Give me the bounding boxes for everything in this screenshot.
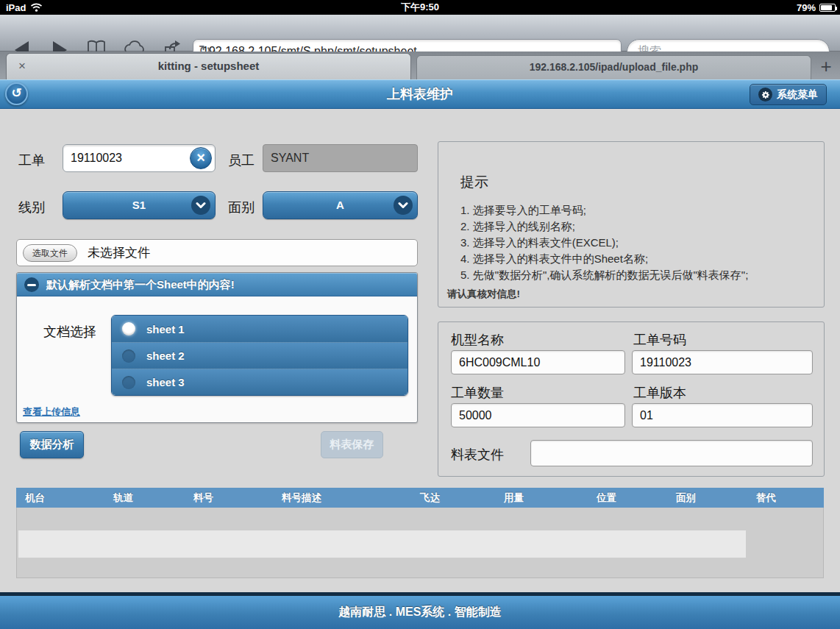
side-select[interactable]: A: [263, 191, 418, 219]
col-track: 轨道: [113, 488, 133, 508]
sheet-option-label: sheet 3: [146, 376, 185, 388]
tip-item: 4. 选择导入的料表文件中的Sheet名称;: [460, 251, 748, 267]
tips-panel: 提示 1. 选择要导入的工单号码; 2. 选择导入的线别名称; 3. 选择导入的…: [438, 141, 825, 308]
sheet-option-2[interactable]: sheet 2: [112, 342, 407, 369]
battery-percent: 79%: [797, 2, 816, 13]
line-label: 线别: [18, 199, 45, 216]
tips-note: 请认真核对信息!: [447, 288, 520, 301]
table-body: [16, 508, 824, 578]
sheet-option-3[interactable]: sheet 3: [112, 369, 407, 395]
col-feeder: 飞达: [420, 488, 440, 508]
page-title: 上料表维护: [0, 79, 840, 109]
chevron-down-icon: [394, 196, 413, 215]
tips-title: 提示: [460, 173, 488, 192]
sheet-selection-panel: 默认解析文档中第一个Sheet中的内容! 文档选择 sheet 1 sheet …: [16, 272, 418, 423]
no-file-chosen-text: 未选择文件: [88, 240, 150, 266]
model-name-field[interactable]: [451, 350, 625, 374]
panel-header: 默认解析文档中第一个Sheet中的内容!: [17, 273, 417, 296]
tab-kitting-setupsheet[interactable]: × kitting - setupsheet: [6, 53, 411, 79]
file-picker: 选取文件 未选择文件: [16, 239, 418, 266]
col-part-description: 料号描述: [282, 488, 321, 508]
sheet-option-label: sheet 2: [146, 349, 185, 362]
order-version-label: 工单版本: [633, 384, 686, 402]
data-analysis-button[interactable]: 数据分析: [20, 431, 84, 458]
back-button[interactable]: ↺: [5, 82, 28, 105]
clear-input-icon[interactable]: ×: [190, 147, 212, 169]
save-sheet-button: 料表保存: [321, 431, 383, 458]
chevron-down-icon: [191, 196, 210, 215]
panel-header-text: 默认解析文档中第一个Sheet中的内容!: [46, 278, 235, 291]
radio-unselected-icon[interactable]: [122, 349, 135, 363]
view-upload-info-link[interactable]: 查看上传信息: [23, 405, 80, 419]
col-position: 位置: [597, 488, 616, 508]
col-part-number: 料号: [193, 488, 213, 508]
new-tab-button[interactable]: +: [814, 54, 839, 79]
order-qty-field[interactable]: [451, 403, 625, 427]
sheet-option-label: sheet 1: [146, 323, 185, 335]
gear-icon: [758, 88, 772, 102]
order-number-label: 工单号码: [633, 331, 686, 349]
tab-label: kitting - setupsheet: [158, 60, 260, 72]
radio-unselected-icon[interactable]: [122, 376, 135, 389]
table-header: 机台 轨道 料号 料号描述 飞达 用量 位置 面别 替代: [16, 488, 824, 508]
tip-item: 5. 先做"数据分析",确认系统解析的数据无误后做"料表保存";: [460, 267, 748, 283]
system-menu-button[interactable]: 系统菜单: [750, 84, 827, 105]
tip-item: 2. 选择导入的线别名称;: [460, 218, 748, 235]
order-version-field[interactable]: [632, 403, 813, 427]
ios-status-bar: iPad 下午9:50 79%: [0, 0, 840, 15]
employee-field: [263, 144, 418, 172]
app-footer: 越南耐思 . MES系统 . 智能制造: [0, 592, 840, 629]
tab-strip: × kitting - setupsheet 192.168.2.105/ipa…: [0, 51, 840, 79]
tips-list: 1. 选择要导入的工单号码; 2. 选择导入的线别名称; 3. 选择导入的料表文…: [460, 202, 748, 283]
sheet-file-label: 料表文件: [451, 446, 504, 463]
col-substitute: 替代: [756, 488, 776, 508]
radio-selected-icon[interactable]: [122, 322, 135, 335]
device-label: iPad: [6, 2, 26, 13]
order-number-field[interactable]: [632, 350, 813, 374]
system-menu-label: 系统菜单: [777, 88, 818, 102]
order-qty-label: 工单数量: [451, 384, 504, 402]
tip-item: 3. 选择导入的料表文件(EXCEL);: [460, 235, 748, 251]
battery-icon: [819, 4, 836, 12]
sheet-file-field[interactable]: [530, 440, 813, 466]
collapse-icon[interactable]: [24, 277, 39, 292]
sheet-option-1[interactable]: sheet 1: [112, 316, 407, 342]
order-info-panel: 机型名称 工单号码 工单数量 工单版本 料表文件: [438, 321, 825, 477]
footer-text: 越南耐思 . MES系统 . 智能制造: [338, 605, 501, 618]
tab-upload-file[interactable]: 192.168.2.105/ipad/upload_file.php: [416, 55, 811, 79]
employee-label: 员工: [228, 152, 255, 169]
doc-select-label: 文档选择: [43, 323, 96, 341]
tab-label: 192.168.2.105/ipad/upload_file.php: [530, 61, 699, 73]
panel-body: 文档选择 sheet 1 sheet 2 sheet 3 查看上传信息: [17, 296, 417, 422]
tip-item: 1. 选择要导入的工单号码;: [460, 202, 748, 218]
side-label: 面别: [228, 199, 255, 216]
browser-toolbar: 192.168.2.105/smt/S.php/smt/setupsheet ↻: [0, 15, 840, 51]
work-order-label: 工单: [18, 152, 45, 169]
sheet-list: sheet 1 sheet 2 sheet 3: [111, 315, 408, 396]
app-header: ↺ 上料表维护 系统菜单: [0, 79, 840, 109]
col-side: 面别: [676, 488, 696, 508]
choose-file-button[interactable]: 选取文件: [23, 244, 77, 262]
close-tab-icon[interactable]: ×: [18, 54, 26, 79]
clock: 下午9:50: [0, 1, 840, 14]
table-row: [18, 530, 746, 558]
line-select-value: S1: [132, 199, 146, 211]
model-name-label: 机型名称: [451, 331, 504, 349]
col-usage: 用量: [504, 488, 524, 508]
line-select[interactable]: S1: [63, 191, 216, 219]
wifi-icon: [30, 3, 43, 12]
side-select-value: A: [336, 199, 344, 211]
col-machine: 机台: [25, 488, 45, 508]
